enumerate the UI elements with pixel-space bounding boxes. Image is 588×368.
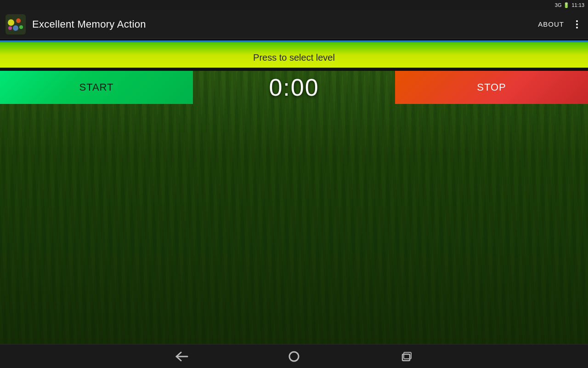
status-bar: 3G 🔋 11:13 [0, 0, 588, 10]
grass-background [0, 71, 588, 344]
svg-point-3 [13, 25, 18, 31]
timer-display: 0:00 [193, 74, 395, 101]
navigation-bar [0, 344, 588, 368]
svg-point-1 [8, 19, 14, 26]
home-button[interactable] [284, 346, 304, 367]
stop-button[interactable]: STOP [395, 71, 588, 104]
menu-dot [576, 23, 578, 25]
main-game-area: START 0:00 STOP [0, 71, 588, 344]
stop-button-label: STOP [477, 81, 506, 93]
overflow-menu-button[interactable] [571, 17, 582, 32]
recents-icon [400, 351, 412, 362]
menu-dot [576, 20, 578, 22]
timer-text: 0:00 [269, 74, 319, 101]
back-button[interactable] [172, 346, 192, 367]
level-banner-label: Press to select level [253, 52, 335, 63]
banner-top-border [0, 39, 588, 40]
home-icon [288, 351, 300, 362]
about-button[interactable]: ABOUT [532, 17, 570, 32]
svg-point-7 [289, 352, 299, 361]
banner-bottom-border [0, 68, 588, 71]
app-title: Excellent Memory Action [32, 18, 532, 30]
menu-dot [576, 27, 578, 29]
signal-indicator: 3G [555, 2, 562, 8]
back-arrow-icon [175, 351, 188, 362]
svg-point-5 [8, 26, 12, 30]
app-icon [6, 14, 26, 34]
start-button[interactable]: START [0, 71, 193, 104]
start-button-label: START [79, 81, 113, 93]
app-icon-graphic [6, 14, 26, 34]
recents-button[interactable] [396, 346, 416, 367]
svg-point-2 [16, 18, 21, 23]
controls-row: START 0:00 STOP [0, 71, 588, 104]
app-bar: Excellent Memory Action ABOUT [0, 10, 588, 39]
battery-icon: 🔋 [563, 2, 570, 8]
time-display: 11:13 [571, 2, 584, 8]
svg-point-4 [19, 25, 23, 29]
level-selector-banner[interactable]: Press to select level [0, 39, 588, 71]
